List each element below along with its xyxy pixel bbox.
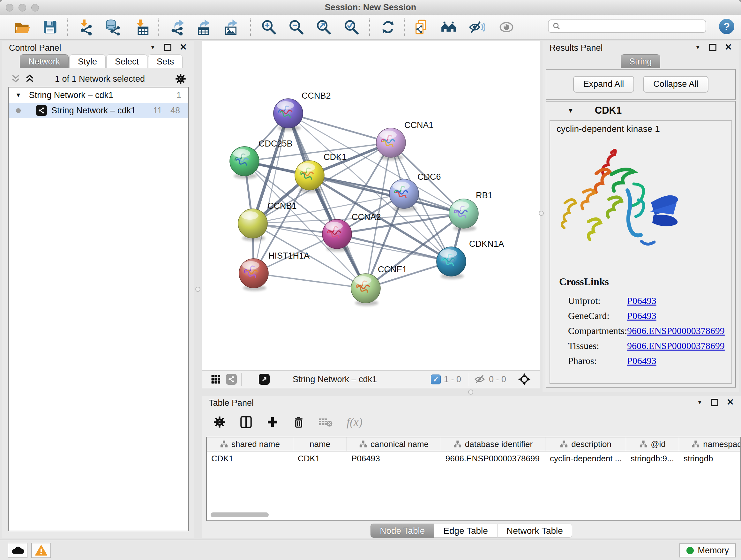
column-header-namespace[interactable]: namespace [679, 437, 741, 451]
caret-icon[interactable]: ▼ [567, 107, 574, 114]
search-input[interactable] [561, 21, 705, 31]
panel-float-icon[interactable] [164, 44, 172, 51]
panel-menu-icon[interactable]: ▼ [695, 44, 701, 51]
delete-table-icon[interactable] [319, 416, 333, 428]
delete-column-icon[interactable] [292, 416, 305, 428]
tab-select[interactable]: Select [106, 54, 147, 68]
network-node-ccnb1[interactable]: CCNB1 [238, 201, 297, 241]
network-collection-row[interactable]: ▼ String Network – cdk1 1 [9, 87, 188, 103]
panel-menu-icon[interactable]: ▼ [150, 44, 156, 51]
network-edge[interactable] [288, 113, 366, 288]
table-header-row[interactable]: shared namenamecanonical namedatabase id… [207, 437, 740, 451]
crosslink-link[interactable]: 9606.ENSP00000378699 [627, 340, 725, 351]
crosslink-link[interactable]: P06493 [627, 295, 657, 306]
table-cell[interactable]: CDK1 [293, 451, 347, 465]
network-node-hist1h1a[interactable]: HIST1H1A [239, 251, 310, 291]
column-header-canonical-name[interactable]: canonical name [347, 437, 441, 451]
panel-close-icon[interactable]: ✕ [725, 43, 732, 52]
collapse-all-icon[interactable] [11, 74, 20, 84]
string-network-graph[interactable]: CCNB2CCNA1CDC25BCDK1CDC6RB1CCNB1CCNA2CDK… [202, 41, 540, 370]
network-node-cdkn1a[interactable]: CDKN1A [436, 239, 504, 279]
network-node-rb1[interactable]: RB1 [449, 191, 493, 231]
refresh-icon[interactable] [380, 19, 396, 36]
hide-panel-eye-slash-icon[interactable] [468, 19, 485, 36]
share-network-icon[interactable] [226, 374, 237, 385]
network-node-ccna1[interactable]: CCNA1 [376, 120, 434, 160]
export-image-icon[interactable] [222, 19, 239, 36]
crosslink-link[interactable]: P06493 [627, 355, 657, 366]
tab-string[interactable]: String [621, 54, 661, 68]
tab-edge-table[interactable]: Edge Table [434, 523, 497, 538]
tab-network-table[interactable]: Network Table [497, 523, 572, 538]
vertical-splitter-handle[interactable] [195, 287, 200, 292]
panel-close-icon[interactable]: ✕ [727, 398, 734, 407]
crosslink-link[interactable]: P06493 [627, 310, 657, 321]
network-edge[interactable] [337, 234, 451, 261]
save-session-icon[interactable] [42, 19, 58, 36]
horizontal-scrollbar[interactable] [211, 512, 269, 517]
network-node-ccne1[interactable]: CCNE1 [351, 265, 407, 306]
zoom-out-icon[interactable] [288, 19, 305, 36]
node-section-header[interactable]: ▼ CDK1 [546, 102, 735, 119]
tab-network[interactable]: Network [20, 54, 69, 68]
table-row[interactable]: CDK1CDK1P064939606.ENSP00000378699cyclin… [207, 451, 740, 465]
warning-icon[interactable] [31, 543, 51, 558]
zoom-in-icon[interactable] [260, 19, 277, 36]
caret-icon[interactable]: ▼ [15, 91, 21, 99]
panel-float-icon[interactable] [711, 399, 718, 406]
hidden-eye-slash-icon[interactable] [474, 374, 486, 385]
import-network-icon[interactable] [77, 19, 94, 36]
zoom-selected-icon[interactable] [343, 19, 360, 36]
network-edge[interactable] [254, 273, 366, 288]
add-column-icon[interactable] [266, 416, 279, 428]
network-node-ccnb2[interactable]: CCNB2 [273, 91, 331, 131]
expand-all-icon[interactable] [25, 74, 35, 84]
import-table-icon[interactable] [133, 19, 150, 36]
table-cell[interactable]: stringdb:9... [626, 451, 679, 465]
network-view-canvas[interactable]: CCNB2CCNA1CDC25BCDK1CDC6RB1CCNB1CCNA2CDK… [202, 41, 540, 370]
column-header-description[interactable]: description [545, 437, 626, 451]
collapse-all-button[interactable]: Collapse All [643, 76, 709, 92]
table-cell[interactable]: 9606.ENSP00000378699 [441, 451, 545, 465]
table-cell[interactable]: CDK1 [207, 451, 293, 465]
table-cell[interactable]: cyclin-dependent ... [545, 451, 626, 465]
export-table-icon[interactable] [194, 19, 211, 36]
table-cell[interactable]: P06493 [347, 451, 441, 465]
export-network-icon[interactable] [169, 19, 185, 36]
column-header-shared-name[interactable]: shared name [207, 437, 293, 451]
horizontal-splitter-handle[interactable] [468, 389, 473, 395]
open-in-new-window-icon[interactable] [259, 374, 270, 385]
selected-nodes-checkbox[interactable]: ✓ [431, 374, 441, 384]
vertical-splitter-handle[interactable] [539, 211, 544, 216]
search-field[interactable] [548, 19, 706, 33]
table-cell[interactable]: stringdb [679, 451, 741, 465]
tab-style[interactable]: Style [69, 54, 106, 68]
show-columns-icon[interactable] [239, 415, 253, 429]
column-header-name[interactable]: name [293, 437, 347, 451]
zoom-fit-icon[interactable] [315, 19, 332, 36]
tab-sets[interactable]: Sets [148, 54, 183, 68]
help-icon[interactable]: ? [719, 19, 734, 34]
gear-icon[interactable] [175, 73, 186, 84]
cloud-icon[interactable] [8, 543, 27, 558]
import-database-icon[interactable] [105, 19, 121, 36]
column-header-database-identifier[interactable]: database identifier [441, 437, 545, 451]
network-edge[interactable] [288, 113, 391, 143]
fit-selection-crosshair-icon[interactable] [518, 373, 531, 386]
panel-menu-icon[interactable]: ▼ [697, 399, 703, 406]
expand-all-button[interactable]: Expand All [573, 76, 634, 92]
network-row-selected[interactable]: String Network – cdk1 11 48 [9, 103, 188, 118]
tab-node-table[interactable]: Node Table [370, 523, 434, 538]
network-edge[interactable] [254, 113, 288, 273]
open-session-icon[interactable] [14, 19, 30, 36]
gear-icon[interactable] [213, 416, 226, 428]
grid-mode-icon[interactable] [210, 374, 221, 385]
function-builder-icon[interactable]: f(x) [347, 415, 362, 429]
crosslink-link[interactable]: 9606.ENSP00000378699 [627, 325, 725, 336]
show-panel-eye-icon[interactable] [498, 19, 515, 36]
panel-close-icon[interactable]: ✕ [180, 43, 187, 52]
memory-button[interactable]: Memory [679, 543, 736, 557]
panel-float-icon[interactable] [709, 44, 717, 51]
column-header-@id[interactable]: @id [626, 437, 679, 451]
share-panel-icon[interactable] [413, 19, 429, 36]
